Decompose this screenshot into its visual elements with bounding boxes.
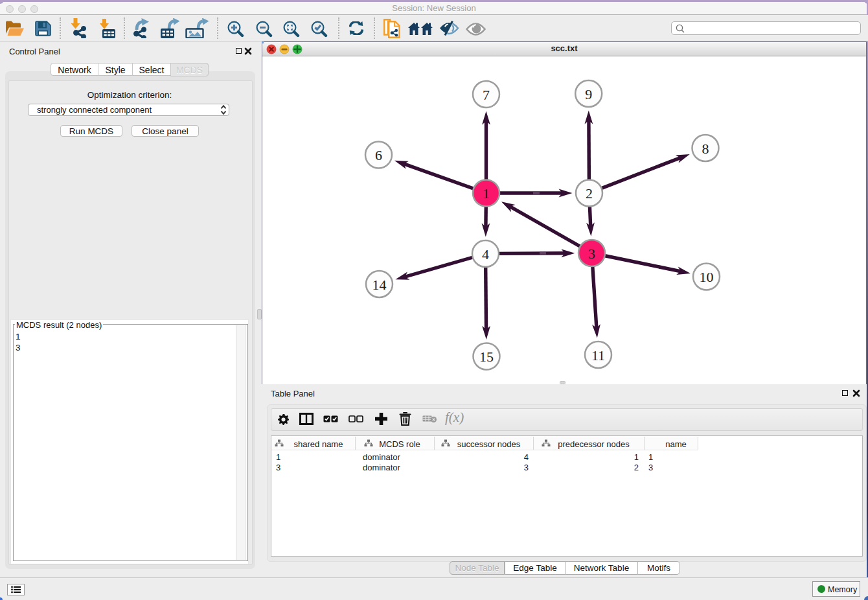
svg-text:11: 11 xyxy=(591,347,605,363)
svg-text:15: 15 xyxy=(479,349,494,365)
svg-text:7: 7 xyxy=(483,87,490,103)
svg-text:9: 9 xyxy=(585,86,592,102)
svg-text:8: 8 xyxy=(702,141,709,157)
svg-text:14: 14 xyxy=(372,277,387,293)
svg-text:10: 10 xyxy=(700,269,714,285)
svg-text:3: 3 xyxy=(588,246,595,262)
svg-text:4: 4 xyxy=(482,246,489,262)
svg-text:6: 6 xyxy=(375,147,382,163)
svg-text:1: 1 xyxy=(483,185,490,202)
svg-text:2: 2 xyxy=(586,185,593,202)
